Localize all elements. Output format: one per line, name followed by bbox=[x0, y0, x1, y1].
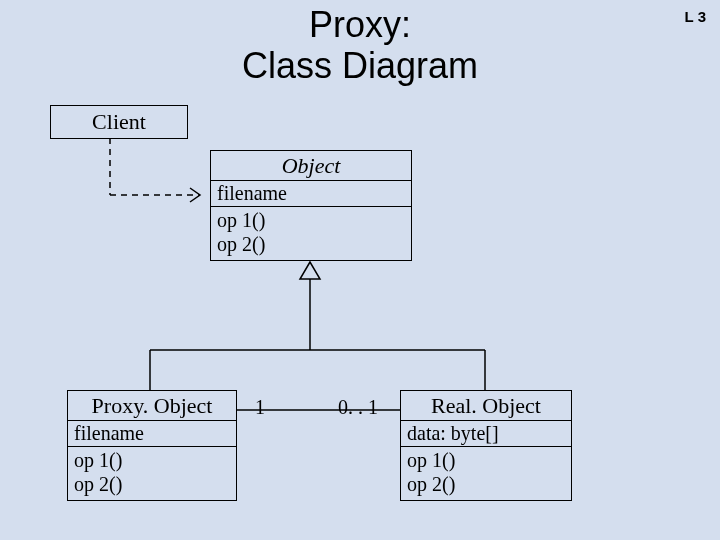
svg-marker-3 bbox=[300, 262, 320, 279]
uml-proxy: Proxy. Object filename op 1() op 2() bbox=[67, 390, 237, 501]
class-ops-object: op 1() op 2() bbox=[211, 207, 411, 260]
uml-object: Object filename op 1() op 2() bbox=[210, 150, 412, 261]
class-attr-object: filename bbox=[211, 181, 411, 207]
class-attr-real: data: byte[] bbox=[401, 421, 571, 447]
class-name-real: Real. Object bbox=[401, 391, 571, 421]
op: op 1() bbox=[217, 208, 405, 232]
class-name-client: Client bbox=[51, 106, 187, 138]
class-attr-proxy: filename bbox=[68, 421, 236, 447]
class-ops-proxy: op 1() op 2() bbox=[68, 447, 236, 500]
op: op 1() bbox=[74, 448, 230, 472]
class-name-object: Object bbox=[211, 151, 411, 181]
multiplicity-real: 0. . 1 bbox=[338, 396, 378, 419]
op: op 2() bbox=[74, 472, 230, 496]
class-name-proxy: Proxy. Object bbox=[68, 391, 236, 421]
title-line-1: Proxy: bbox=[309, 4, 411, 45]
uml-client: Client bbox=[50, 105, 188, 139]
op: op 1() bbox=[407, 448, 565, 472]
generalization-tree bbox=[150, 262, 485, 390]
multiplicity-proxy: 1 bbox=[255, 396, 265, 419]
dependency-arrow bbox=[110, 138, 200, 202]
op: op 2() bbox=[407, 472, 565, 496]
uml-real: Real. Object data: byte[] op 1() op 2() bbox=[400, 390, 572, 501]
page-title: Proxy: Class Diagram bbox=[0, 4, 720, 87]
title-line-2: Class Diagram bbox=[242, 45, 478, 86]
op: op 2() bbox=[217, 232, 405, 256]
class-ops-real: op 1() op 2() bbox=[401, 447, 571, 500]
